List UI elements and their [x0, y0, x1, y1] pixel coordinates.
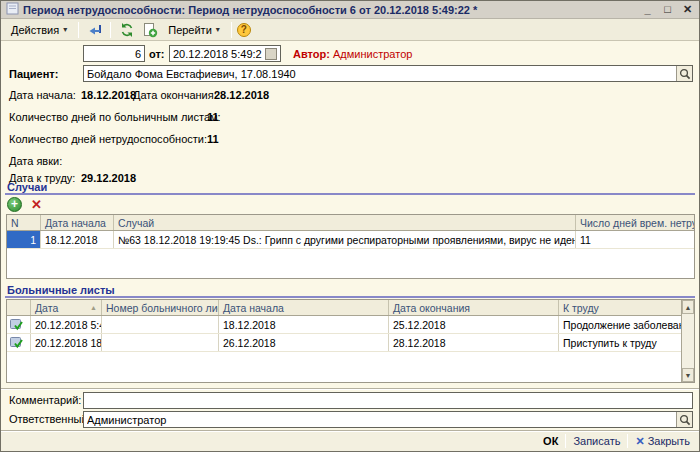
scroll-down-icon[interactable]: ▼	[682, 368, 694, 382]
chevron-down-icon: ▾	[63, 25, 67, 34]
column-header-case[interactable]: Случай	[114, 215, 576, 230]
refresh-icon[interactable]	[116, 20, 137, 39]
appearance-date-label: Дата явки:	[9, 155, 62, 167]
app-window: Период нетрудоспособности: Период нетруд…	[0, 0, 700, 452]
scrollbar-track[interactable]	[682, 314, 694, 368]
sicklist-end-cell: 28.12.2018	[389, 334, 559, 351]
sicklists-section-title: Больничные листы	[7, 284, 115, 296]
patient-value: Бойдало Фома Евстафиевич, 17.08.1940	[87, 68, 676, 80]
cases-section-title: Случаи	[7, 181, 47, 193]
end-date-value: 28.12.2018	[214, 89, 269, 101]
add-row-icon[interactable]: +	[7, 197, 22, 212]
end-date-label: Дата окончания:	[133, 89, 217, 101]
document-date-field[interactable]: 20.12.2018 5:49:22	[169, 45, 281, 62]
case-start-cell: 18.12.2018	[41, 231, 114, 248]
patient-label: Пациент:	[9, 68, 58, 80]
comment-label: Комментарий:	[9, 394, 81, 406]
case-description-cell: №63 18.12.2018 19:19:45 Ds.: Грипп с дру…	[114, 231, 576, 248]
write-and-close-icon[interactable]	[84, 20, 105, 39]
close-button[interactable]: ✕	[681, 3, 694, 16]
actions-menu-button[interactable]: Действия ▾	[5, 21, 73, 39]
column-header-end[interactable]: Дата окончания	[389, 300, 559, 315]
minimize-button[interactable]: _	[641, 3, 654, 16]
column-header-icon	[7, 300, 31, 315]
title-bar: Период нетрудоспособности: Период нетруд…	[1, 1, 699, 19]
column-header-days[interactable]: Число дней врем. нетруд.	[576, 215, 694, 230]
bottom-button-bar: ОК Записать ✕ Закрыть	[1, 430, 699, 451]
posted-document-icon	[7, 334, 31, 351]
sicklist-start-cell: 18.12.2018	[219, 316, 389, 333]
column-header-start[interactable]: Дата начала	[219, 300, 389, 315]
help-icon[interactable]: ?	[237, 23, 251, 37]
toolbar-separator	[78, 22, 79, 38]
disability-days-label: Количество дней нетрудоспособности:	[9, 133, 207, 145]
towork-date-value: 29.12.2018	[81, 172, 136, 184]
close-form-button[interactable]: ✕ Закрыть	[635, 435, 690, 448]
column-header-start[interactable]: Дата начала	[41, 215, 114, 230]
actions-menu-label: Действия	[11, 24, 59, 36]
button-separator	[565, 434, 566, 448]
chevron-down-icon: ▾	[216, 25, 220, 34]
close-form-label: Закрыть	[648, 435, 690, 447]
scroll-up-icon[interactable]: ▲	[682, 300, 694, 314]
column-header-date[interactable]: Дата ▲	[31, 300, 102, 315]
author-value: Администратор	[333, 48, 412, 60]
start-date-value: 18.12.2018	[81, 89, 136, 101]
main-toolbar: Действия ▾ Перейти ▾ ?	[1, 19, 699, 41]
cases-table-header: N Дата начала Случай Число дней врем. не…	[7, 215, 694, 231]
sicklist-towork-cell: Приступить к труду	[559, 334, 681, 351]
document-number-field[interactable]: 6	[83, 45, 145, 62]
save-button[interactable]: Записать	[573, 435, 620, 447]
sicklist-towork-cell: Продолжение заболевания	[559, 316, 681, 333]
document-number-value: 6	[135, 48, 141, 60]
window-title: Период нетрудоспособности: Период нетруд…	[23, 4, 637, 16]
lookup-magnifier-icon[interactable]	[676, 412, 692, 427]
goto-menu-button[interactable]: Перейти ▾	[162, 21, 226, 39]
document-date-value: 20.12.2018 5:49:22	[173, 48, 262, 60]
sicklist-end-cell: 25.12.2018	[389, 316, 559, 333]
ot-label: от:	[149, 48, 165, 60]
ok-button[interactable]: ОК	[543, 435, 558, 447]
responsible-field[interactable]: Администратор	[83, 411, 693, 428]
sort-ascending-icon: ▲	[90, 304, 97, 311]
patient-field[interactable]: Бойдало Фома Евстафиевич, 17.08.1940	[83, 65, 693, 82]
sicklist-date-cell: 20.12.2018 5:4…	[31, 316, 102, 333]
case-days-cell: 11	[576, 231, 694, 248]
sicklist-days-label: Количество дней по больничным листам:	[9, 111, 221, 123]
document-icon	[6, 2, 19, 17]
button-separator	[627, 434, 628, 448]
sicklists-table: Дата ▲ Номер больничного листа Дата нача…	[6, 299, 695, 383]
create-based-on-icon[interactable]	[139, 20, 160, 39]
table-row[interactable]: 20.12.2018 5:4… 18.12.2018 25.12.2018 Пр…	[7, 316, 681, 334]
cases-section-divider	[5, 193, 695, 195]
column-header-n[interactable]: N	[7, 215, 41, 230]
row-number-cell: 1	[7, 231, 41, 248]
footer-divider	[1, 388, 699, 390]
sicklist-days-value: 11	[207, 111, 219, 123]
calendar-picker-icon[interactable]	[265, 48, 277, 60]
disability-days-value: 11	[207, 133, 219, 145]
sicklist-number-cell	[102, 334, 219, 351]
table-row[interactable]: 1 18.12.2018 №63 18.12.2018 19:19:45 Ds.…	[7, 231, 694, 249]
delete-row-icon[interactable]: ✕	[31, 197, 42, 212]
sicklists-table-empty-area	[7, 352, 681, 382]
close-x-icon: ✕	[635, 435, 644, 448]
toolbar-separator	[110, 22, 111, 38]
table-row[interactable]: 20.12.2018 18:… 26.12.2018 28.12.2018 Пр…	[7, 334, 681, 352]
start-date-label: Дата начала:	[9, 89, 76, 101]
maximize-button[interactable]: □	[661, 3, 674, 16]
vertical-scrollbar[interactable]: ▲ ▼	[681, 300, 694, 382]
column-header-number[interactable]: Номер больничного листа	[102, 300, 219, 315]
goto-menu-label: Перейти	[168, 24, 212, 36]
cases-table-empty-area	[7, 249, 694, 278]
comment-field[interactable]	[83, 392, 693, 409]
responsible-label: Ответственный:	[9, 413, 91, 425]
sicklists-table-header: Дата ▲ Номер больничного листа Дата нача…	[7, 300, 681, 316]
sicklist-start-cell: 26.12.2018	[219, 334, 389, 351]
posted-document-icon	[7, 316, 31, 333]
column-header-date-label: Дата	[35, 302, 58, 314]
lookup-magnifier-icon[interactable]	[676, 66, 692, 81]
sicklists-section-divider	[5, 296, 695, 298]
cases-table: N Дата начала Случай Число дней врем. не…	[6, 214, 695, 279]
column-header-towork[interactable]: К труду	[559, 300, 681, 315]
